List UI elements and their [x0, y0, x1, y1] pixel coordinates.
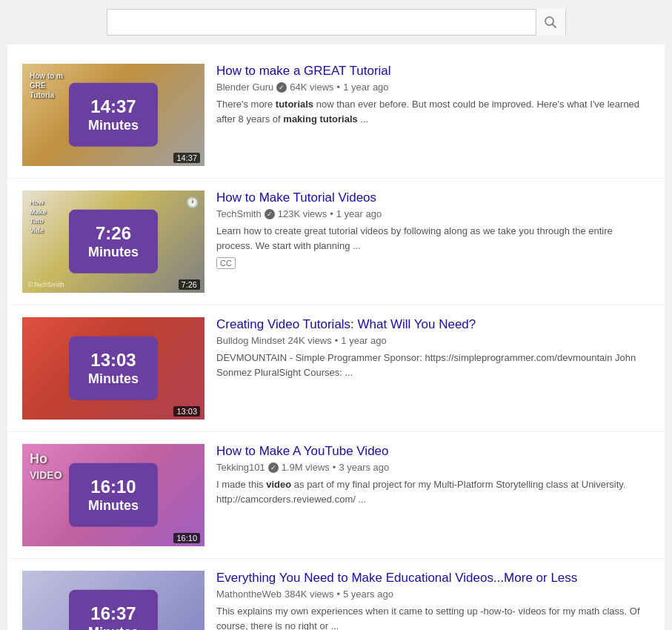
duration-overlay-5: 16:37 Minutes — [69, 590, 158, 630]
verified-icon-2 — [265, 209, 275, 219]
sep-2: • — [330, 208, 333, 219]
thumb-text-1: How to mGRETutoria — [30, 71, 63, 100]
time-ago-3: 1 year ago — [341, 335, 386, 346]
views-2: 123K views — [278, 208, 327, 219]
duration-overlay-3: 13:03 Minutes — [69, 336, 158, 400]
result-description-2: Learn how to create great tutorial video… — [216, 224, 650, 253]
duration-badge-1: 14:37 — [173, 153, 200, 163]
duration-overlay-1: 14:37 Minutes — [69, 83, 158, 147]
channel-name-5: MathontheWeb — [216, 588, 282, 600]
result-meta-3: Bulldog Mindset 24K views • 1 year ago — [216, 335, 650, 346]
clock-icon-2: 🕐 — [186, 196, 199, 208]
duration-time-3: 13:03 — [85, 350, 142, 371]
time-ago-5: 5 years ago — [343, 588, 393, 600]
thumbnail-3[interactable]: CREATINGVIDEOTUTORIALS 13:03 Minutes 13:… — [22, 317, 204, 420]
result-content-5: Everything You Need to Make Educational … — [216, 571, 650, 630]
time-ago-4: 3 years ago — [339, 462, 389, 473]
cc-badge-2: CC — [216, 257, 236, 269]
search-input[interactable]: how to make a tutorial video — [107, 16, 536, 29]
channel-name-3: Bulldog Mindset — [216, 335, 285, 346]
result-title-1[interactable]: How to make a GREAT Tutorial — [216, 64, 650, 79]
duration-overlay-2: 7:26 Minutes — [69, 210, 158, 273]
verified-icon-4 — [268, 462, 279, 473]
time-ago-2: 1 year ago — [336, 208, 382, 219]
result-item: How to mGRETutoria 14:37 Minutes 14:37 H… — [7, 52, 665, 179]
result-title-4[interactable]: How to Make A YouTube Video — [216, 444, 650, 459]
thumbnail-5[interactable]: 16:37 Minutes 16:37 — [22, 571, 204, 630]
duration-time-4: 16:10 — [85, 477, 142, 498]
channel-name-1: Blender Guru — [216, 82, 273, 93]
result-meta-5: MathontheWeb 384K views • 5 years ago — [216, 588, 650, 600]
search-bar-container: how to make a tutorial video — [0, 0, 672, 44]
duration-label-3: Minutes — [85, 371, 142, 388]
duration-time-1: 14:37 — [85, 96, 142, 118]
result-meta-1: Blender Guru 64K views • 1 year ago — [216, 82, 650, 93]
result-item-3: CREATINGVIDEOTUTORIALS 13:03 Minutes 13:… — [7, 305, 665, 432]
duration-badge-2: 7:26 — [179, 279, 200, 290]
result-description-3: DEVMOUNTAIN - Simple Programmer Sponsor:… — [216, 351, 650, 379]
search-bar: how to make a tutorial video — [107, 9, 566, 36]
thumbnail-1[interactable]: How to mGRETutoria 14:37 Minutes 14:37 — [22, 64, 204, 166]
duration-label-4: Minutes — [85, 498, 142, 514]
result-title-5[interactable]: Everything You Need to Make Educational … — [216, 571, 650, 586]
result-item-4: HoVIDEO 16:10 Minutes 16:10 How to Make … — [7, 432, 665, 559]
result-title-3[interactable]: Creating Video Tutorials: What Will You … — [216, 317, 650, 332]
result-content-1: How to make a GREAT Tutorial Blender Gur… — [216, 64, 650, 126]
channel-name-2: TechSmith — [216, 208, 262, 219]
time-ago-1: 1 year ago — [343, 82, 388, 93]
duration-badge-3: 13:03 — [173, 406, 200, 417]
duration-label-1: Minutes — [85, 118, 142, 134]
result-meta-2: TechSmith 123K views • 1 year ago — [216, 208, 650, 219]
duration-label-5: Minutes — [85, 625, 142, 630]
duration-time-5: 16:37 — [85, 603, 142, 625]
sep-1: • — [337, 82, 341, 93]
sep-3: • — [335, 335, 339, 346]
thumb-text-2: HowMakeTutoVide — [30, 198, 47, 235]
result-item-5: 16:37 Minutes 16:37 Everything You Need … — [7, 559, 665, 630]
thumbnail-4[interactable]: HoVIDEO 16:10 Minutes 16:10 — [22, 444, 204, 546]
result-description-4: I made this video as part of my final pr… — [216, 477, 650, 506]
results-container: How to mGRETutoria 14:37 Minutes 14:37 H… — [7, 44, 665, 630]
thumbnail-2[interactable]: HowMakeTutoVide 🕐 7:26 Minutes 7:26 ©Tec… — [22, 190, 204, 293]
duration-badge-4: 16:10 — [173, 533, 200, 543]
thumb-text-4: HoVIDEO — [30, 451, 62, 483]
svg-line-1 — [553, 24, 556, 28]
result-content-3: Creating Video Tutorials: What Will You … — [216, 317, 650, 379]
result-content-2: How to Make Tutorial Videos TechSmith 12… — [216, 190, 650, 269]
result-description-5: This explains my own experiences when it… — [216, 604, 650, 630]
views-3: 24K views — [288, 335, 332, 346]
result-description-1: There's more tutorials now than ever bef… — [216, 97, 650, 126]
result-item-2: HowMakeTutoVide 🕐 7:26 Minutes 7:26 ©Tec… — [7, 179, 665, 305]
views-1: 64K views — [290, 82, 333, 93]
duration-overlay-4: 16:10 Minutes — [69, 463, 158, 527]
duration-label-2: Minutes — [85, 245, 142, 261]
search-icon — [544, 16, 557, 29]
channel-name-4: Tekking101 — [216, 462, 265, 473]
views-4: 1.9M views — [282, 462, 330, 473]
techsmith-logo: ©TechSmith — [28, 281, 64, 288]
sep-4: • — [333, 462, 336, 473]
duration-time-2: 7:26 — [85, 223, 142, 245]
verified-icon-1 — [276, 82, 287, 93]
result-meta-4: Tekking101 1.9M views • 3 years ago — [216, 462, 650, 473]
page-wrapper: how to make a tutorial video How to mGRE… — [0, 0, 672, 630]
search-button[interactable] — [536, 9, 565, 36]
result-title-2[interactable]: How to Make Tutorial Videos — [216, 190, 650, 205]
views-5: 384K views — [285, 588, 333, 600]
sep-5: • — [336, 588, 340, 600]
result-content-4: How to Make A YouTube Video Tekking101 1… — [216, 444, 650, 506]
